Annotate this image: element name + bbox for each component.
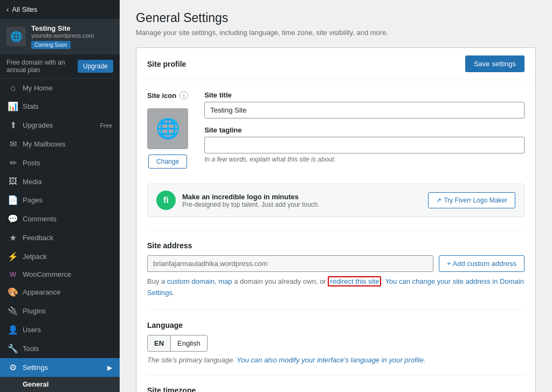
sidebar-item-label: Tools (23, 345, 112, 353)
change-icon-button[interactable]: Change (148, 155, 187, 169)
sidebar-item-feedback[interactable]: ★ Feedback (0, 228, 120, 247)
sidebar-item-stats[interactable]: 📊 Stats (0, 97, 120, 116)
sidebar-item-label: Feedback (23, 234, 112, 242)
fiverr-title: Make an incredible logo in minutes (182, 193, 320, 201)
site-profile-section: Site icon i 🌐 Change Site title Site tag… (147, 91, 525, 171)
fiverr-banner: fi Make an incredible logo in minutes Pr… (147, 184, 525, 217)
address-row: + Add custom address (147, 255, 525, 272)
sidebar-item-label: Stats (23, 102, 112, 110)
users-icon: 👤 (8, 325, 18, 335)
site-icon-label: Site icon (147, 92, 176, 100)
page-subtitle: Manage your site settings, including lan… (136, 29, 536, 37)
custom-domain-link[interactable]: custom domain (167, 277, 215, 285)
sidebar: ‹ All Sites 🌐 Testing Site yoursite.word… (0, 0, 120, 392)
sidebar-item-users[interactable]: 👤 Users (0, 320, 120, 339)
modify-language-link[interactable]: You can also modify your interface's lan… (237, 356, 425, 364)
sidebar-item-label: Appearance (23, 288, 112, 296)
language-prefix: EN (148, 335, 171, 351)
upgrades-badge: Free (100, 122, 112, 129)
mailboxes-icon: ✉ (8, 139, 18, 149)
sidebar-item-pages[interactable]: 📄 Pages (0, 191, 120, 209)
sidebar-item-posts[interactable]: ✏ Posts (0, 153, 120, 172)
pages-icon: 📄 (8, 195, 18, 205)
upgrade-text: Free domain with an annual plan (6, 59, 78, 74)
site-card: 🌐 Testing Site yoursite.wordpress.com Co… (0, 19, 120, 54)
save-settings-button[interactable]: Save settings (465, 55, 525, 72)
site-tagline-hint: In a few words, explain what this site i… (204, 156, 525, 163)
sidebar-item-plugins[interactable]: 🔌 Plugins (0, 302, 120, 320)
coming-soon-badge: Coming Soon (31, 41, 71, 49)
fiverr-subtitle: Pre-designed by top talent. Just add you… (182, 201, 320, 208)
sidebar-item-my-home[interactable]: ⌂ My Home (0, 79, 120, 97)
sidebar-item-comments[interactable]: 💬 Comments (0, 209, 120, 228)
posts-icon: ✏ (8, 158, 18, 168)
redirect-site-link[interactable]: redirect this site (328, 276, 381, 286)
card-header-title: Site profile (147, 60, 186, 68)
site-avatar-icon: 🌐 (6, 27, 26, 46)
settings-chevron-icon: ▶ (107, 364, 112, 372)
site-title-label: Site title (204, 91, 525, 99)
sidebar-item-settings[interactable]: ⚙ Settings ▶ (0, 358, 120, 377)
site-info: Testing Site yoursite.wordpress.com Comi… (31, 24, 113, 49)
external-link-icon: ↗ (436, 197, 441, 204)
timezone-section: Site timezone Jakarta ⌄ Choose a city in… (147, 386, 525, 392)
stats-icon: 📊 (8, 101, 18, 111)
site-tagline-input[interactable] (204, 137, 525, 153)
fiverr-text: Make an incredible logo in minutes Pre-d… (182, 193, 320, 208)
fiverr-btn-label: Try Fiverr Logo Maker (444, 197, 507, 204)
chevron-left-icon: ‹ (6, 5, 9, 13)
map-domain-link[interactable]: map (218, 277, 232, 285)
timezone-label: Site timezone (147, 386, 525, 392)
main-content: General Settings Manage your site settin… (120, 0, 552, 392)
settings-card: Site profile Save settings Site icon i 🌐… (136, 47, 536, 392)
settings-submenu: General Writing Reading Discussion (0, 377, 120, 392)
upgrades-icon: ⬆ (8, 120, 18, 130)
sidebar-item-label: Users (23, 326, 112, 334)
language-section: Language EN English The site's primary l… (147, 321, 525, 364)
submenu-item-general[interactable]: General (0, 377, 120, 391)
site-tagline-label: Site tagline (204, 126, 525, 134)
site-url: yoursite.wordpress.com (31, 32, 113, 39)
site-icon-info-icon[interactable]: i (180, 91, 188, 100)
sidebar-item-media[interactable]: 🖼 Media (0, 172, 120, 191)
language-label: Language (147, 321, 525, 330)
site-title-group: Site title (204, 91, 525, 118)
site-address-label: Site address (147, 241, 525, 250)
fiverr-logo-maker-button[interactable]: ↗ Try Fiverr Logo Maker (428, 192, 515, 208)
sidebar-item-woocommerce[interactable]: W WooCommerce (0, 266, 120, 283)
sidebar-item-appearance[interactable]: 🎨 Appearance (0, 283, 120, 302)
upgrade-button[interactable]: Upgrade (78, 60, 113, 73)
sidebar-item-upgrades[interactable]: ⬆ Upgrades Free (0, 116, 120, 135)
comments-icon: 💬 (8, 214, 18, 224)
home-icon: ⌂ (8, 83, 18, 93)
appearance-icon: 🎨 (8, 287, 18, 297)
sidebar-item-jetpack[interactable]: ⚡ Jetpack (0, 247, 120, 266)
media-icon: 🖼 (8, 177, 18, 186)
all-sites-back[interactable]: ‹ All Sites (0, 0, 120, 19)
sidebar-item-label: Media (23, 178, 112, 186)
site-name: Testing Site (31, 24, 113, 32)
site-address-section: Site address + Add custom address Buy a … (147, 241, 525, 299)
sidebar-item-label: Settings (23, 363, 103, 372)
settings-icon: ⚙ (8, 362, 18, 373)
site-address-input[interactable] (147, 255, 433, 272)
jetpack-icon: ⚡ (8, 251, 18, 262)
upgrade-banner: Free domain with an annual plan Upgrade (0, 54, 120, 79)
site-title-input[interactable] (204, 102, 525, 118)
tools-icon: 🔧 (8, 344, 18, 354)
plugins-icon: 🔌 (8, 306, 18, 316)
page-title: General Settings (136, 11, 536, 25)
sidebar-item-label: WooCommerce (23, 270, 112, 278)
sidebar-item-label: Comments (23, 215, 112, 223)
site-icon-preview: 🌐 (147, 108, 188, 149)
sidebar-item-label: Jetpack (23, 253, 112, 261)
sidebar-item-label: Plugins (23, 307, 112, 315)
sidebar-item-tools[interactable]: 🔧 Tools (0, 339, 120, 358)
sidebar-item-my-mailboxes[interactable]: ✉ My Mailboxes (0, 135, 120, 153)
feedback-icon: ★ (8, 233, 18, 243)
add-custom-address-button[interactable]: + Add custom address (439, 255, 525, 272)
language-row[interactable]: EN English (147, 335, 208, 352)
language-hint: The site's primary language. You can als… (147, 356, 525, 364)
fiverr-icon: fi (156, 191, 176, 210)
address-links: Buy a custom domain, map a domain you al… (147, 276, 525, 299)
